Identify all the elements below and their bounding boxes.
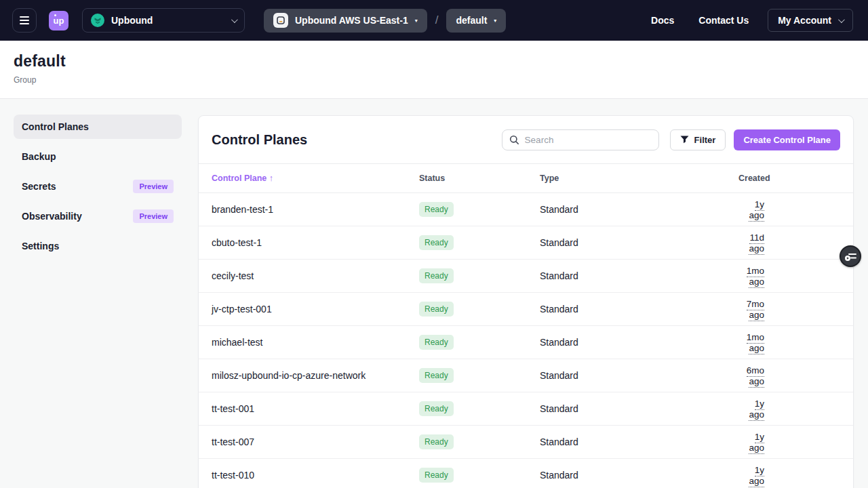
my-account-label: My Account [778,15,831,26]
created-cell: 1y ago [749,465,764,487]
top-navigation-bar: up Upbound Upbound AWS US-East-1 ▾ / def… [0,0,868,41]
sidebar-item-label: Control Planes [22,121,89,132]
type-cell: Standard [540,470,738,481]
column-header-control-plane[interactable]: Control Plane ↑ [212,174,419,183]
status-badge: Ready [419,468,454,483]
chevron-down-icon [231,16,238,23]
control-plane-name[interactable]: michael-test [212,337,419,348]
my-account-button[interactable]: My Account [768,9,853,32]
status-badge: Ready [419,401,454,416]
panel-title: Control Planes [212,132,307,148]
filter-label: Filter [694,135,716,145]
feedback-icon [845,251,856,262]
control-plane-name[interactable]: milosz-upbound-io-cp-azure-network [212,370,419,381]
organization-name: Upbound [111,15,153,26]
search-input[interactable] [525,135,652,145]
type-cell: Standard [540,337,738,348]
space-name: Upbound AWS US-East-1 [295,15,408,26]
logo-dot [54,14,56,16]
page-header: default Group [0,41,868,99]
column-header-status[interactable]: Status [419,174,540,183]
status-badge: Ready [419,202,454,217]
control-plane-name[interactable]: branden-test-1 [212,204,419,215]
table-row[interactable]: michael-test Ready Standard 1mo ago [199,326,853,359]
feedback-widget-button[interactable] [840,245,861,267]
status-badge: Ready [419,335,454,350]
status-badge: Ready [419,302,454,317]
hamburger-menu-button[interactable] [12,8,37,33]
control-planes-panel: Control Planes Filter Create Control Pla… [198,115,854,488]
control-plane-name[interactable]: tt-test-007 [212,436,419,447]
search-box[interactable] [502,129,659,150]
group-name: default [456,15,487,26]
column-header-created[interactable]: Created [738,174,846,183]
breadcrumb-separator: / [435,14,439,27]
status-badge: Ready [419,235,454,250]
nav-link-contact-us[interactable]: Contact Us [698,15,749,26]
created-cell: 1y ago [749,432,764,454]
preview-badge: Preview [133,209,174,223]
table-row[interactable]: tt-test-007 Ready Standard 1y ago [199,426,853,459]
sidebar-item-control-planes[interactable]: Control Planes [14,115,182,139]
created-cell: 7mo ago [747,299,764,321]
panel-header: Control Planes Filter Create Control Pla… [199,116,853,163]
control-plane-name[interactable]: tt-test-010 [212,470,419,481]
filter-icon [680,136,689,144]
table-row[interactable]: tt-test-010 Ready Standard 1y ago [199,459,853,488]
control-plane-name[interactable]: tt-test-001 [212,403,419,414]
control-plane-name[interactable]: cbuto-test-1 [212,237,419,248]
space-icon [273,13,288,28]
filter-button[interactable]: Filter [670,129,726,150]
caret-down-icon: ▾ [415,18,418,24]
created-cell: 1y ago [749,199,764,222]
page-title: default [14,52,854,70]
type-cell: Standard [540,204,738,215]
space-selector[interactable]: Upbound AWS US-East-1 ▾ [264,9,427,33]
created-cell: 1y ago [749,399,764,421]
column-header-type[interactable]: Type [540,174,738,183]
caret-down-icon: ▾ [494,18,496,24]
logo-text: up [54,16,64,26]
chevron-down-icon [838,16,845,23]
page-subtitle: Group [14,75,854,85]
search-icon [509,135,519,145]
table-row[interactable]: branden-test-1 Ready Standard 1y ago [199,193,853,226]
hamburger-icon [20,16,29,18]
organization-selector[interactable]: Upbound [82,8,245,33]
created-cell: 11d ago [749,232,764,255]
sidebar-item-label: Backup [22,151,56,162]
sidebar-item-label: Observability [22,211,82,222]
organization-icon [91,14,104,27]
type-cell: Standard [540,270,738,281]
control-plane-name[interactable]: jv-ctp-test-001 [212,304,419,314]
nav-link-docs[interactable]: Docs [651,15,674,26]
upbound-logo[interactable]: up [49,11,68,30]
table-row[interactable]: tt-test-001 Ready Standard 1y ago [199,392,853,426]
sidebar-item-label: Secrets [22,181,56,192]
table-row[interactable]: milosz-upbound-io-cp-azure-network Ready… [199,359,853,392]
sidebar-navigation: Control Planes Backup Secrets Preview Ob… [14,115,182,264]
group-selector[interactable]: default ▾ [446,9,506,33]
status-badge: Ready [419,268,454,283]
created-cell: 6mo ago [747,365,764,388]
created-cell: 1mo ago [747,332,764,354]
type-cell: Standard [540,304,738,314]
table-row[interactable]: cbuto-test-1 Ready Standard 11d ago [199,226,853,260]
table-row[interactable]: cecily-test Ready Standard 1mo ago [199,260,853,293]
type-cell: Standard [540,436,738,447]
sidebar-item-observability[interactable]: Observability Preview [14,204,182,228]
sidebar-item-settings[interactable]: Settings [14,234,182,258]
preview-badge: Preview [133,180,174,193]
table-row[interactable]: jv-ctp-test-001 Ready Standard 7mo ago [199,293,853,326]
created-cell: 1mo ago [747,266,764,288]
status-badge: Ready [419,434,454,449]
type-cell: Standard [540,403,738,414]
control-plane-name[interactable]: cecily-test [212,270,419,281]
sidebar-item-backup[interactable]: Backup [14,144,182,169]
sidebar-item-secrets[interactable]: Secrets Preview [14,174,182,199]
type-cell: Standard [540,237,738,248]
create-control-plane-button[interactable]: Create Control Plane [734,129,840,150]
sort-ascending-icon: ↑ [269,174,273,183]
type-cell: Standard [540,370,738,381]
sidebar-item-label: Settings [22,241,59,251]
